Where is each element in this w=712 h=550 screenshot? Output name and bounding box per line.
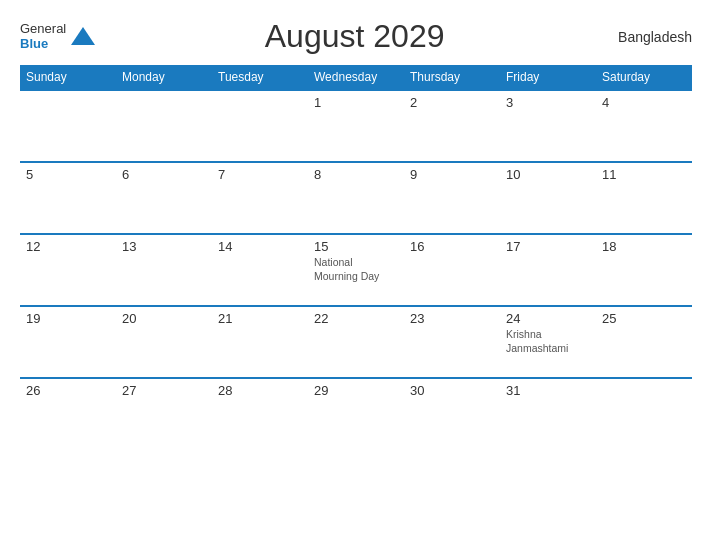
day-number: 12	[26, 239, 110, 254]
calendar-cell: 13	[116, 234, 212, 306]
day-number: 18	[602, 239, 686, 254]
calendar-cell: 20	[116, 306, 212, 378]
weekday-header: Tuesday	[212, 65, 308, 90]
day-number: 15	[314, 239, 398, 254]
day-number: 28	[218, 383, 302, 398]
calendar-cell: 31	[500, 378, 596, 450]
day-number: 26	[26, 383, 110, 398]
calendar-cell: 16	[404, 234, 500, 306]
calendar-cell: 26	[20, 378, 116, 450]
calendar-cell: 9	[404, 162, 500, 234]
day-number: 25	[602, 311, 686, 326]
day-number: 14	[218, 239, 302, 254]
calendar-cell: 24Krishna Janmashtami	[500, 306, 596, 378]
calendar-cell: 14	[212, 234, 308, 306]
calendar-cell	[212, 90, 308, 162]
logo-text: General Blue	[20, 22, 66, 51]
day-number: 24	[506, 311, 590, 326]
calendar-cell: 21	[212, 306, 308, 378]
day-number: 16	[410, 239, 494, 254]
day-number: 30	[410, 383, 494, 398]
calendar-cell: 12	[20, 234, 116, 306]
day-number: 4	[602, 95, 686, 110]
day-number: 27	[122, 383, 206, 398]
day-number: 6	[122, 167, 206, 182]
calendar-cell: 23	[404, 306, 500, 378]
logo: General Blue	[20, 22, 97, 51]
calendar-cell: 27	[116, 378, 212, 450]
weekday-row: SundayMondayTuesdayWednesdayThursdayFrid…	[20, 65, 692, 90]
country-label: Bangladesh	[612, 29, 692, 45]
day-number: 21	[218, 311, 302, 326]
day-number: 23	[410, 311, 494, 326]
logo-general: General	[20, 22, 66, 36]
day-number: 31	[506, 383, 590, 398]
calendar-cell	[116, 90, 212, 162]
calendar-cell: 28	[212, 378, 308, 450]
calendar-cell: 15National Mourning Day	[308, 234, 404, 306]
day-number: 13	[122, 239, 206, 254]
day-number: 17	[506, 239, 590, 254]
calendar-cell: 17	[500, 234, 596, 306]
svg-marker-0	[71, 27, 95, 45]
calendar-cell: 8	[308, 162, 404, 234]
day-number: 11	[602, 167, 686, 182]
day-number: 3	[506, 95, 590, 110]
day-number: 22	[314, 311, 398, 326]
day-number: 8	[314, 167, 398, 182]
calendar-cell: 6	[116, 162, 212, 234]
calendar-page: General Blue August 2029 Bangladesh Sund…	[0, 0, 712, 550]
day-number: 19	[26, 311, 110, 326]
day-number: 29	[314, 383, 398, 398]
calendar-week-row: 262728293031	[20, 378, 692, 450]
logo-icon	[69, 23, 97, 51]
calendar-week-row: 567891011	[20, 162, 692, 234]
calendar-cell: 10	[500, 162, 596, 234]
calendar-cell: 29	[308, 378, 404, 450]
header: General Blue August 2029 Bangladesh	[20, 18, 692, 55]
weekday-header: Friday	[500, 65, 596, 90]
calendar-cell: 30	[404, 378, 500, 450]
calendar-cell: 25	[596, 306, 692, 378]
calendar-cell: 18	[596, 234, 692, 306]
calendar-week-row: 192021222324Krishna Janmashtami25	[20, 306, 692, 378]
holiday-label: National Mourning Day	[314, 256, 398, 283]
holiday-label: Krishna Janmashtami	[506, 328, 590, 355]
day-number: 2	[410, 95, 494, 110]
weekday-header: Wednesday	[308, 65, 404, 90]
calendar-cell: 7	[212, 162, 308, 234]
day-number: 5	[26, 167, 110, 182]
weekday-header: Thursday	[404, 65, 500, 90]
day-number: 1	[314, 95, 398, 110]
calendar-cell: 19	[20, 306, 116, 378]
logo-blue: Blue	[20, 37, 66, 51]
calendar-body: 123456789101112131415National Mourning D…	[20, 90, 692, 450]
calendar-cell: 5	[20, 162, 116, 234]
calendar-cell	[20, 90, 116, 162]
calendar-header: SundayMondayTuesdayWednesdayThursdayFrid…	[20, 65, 692, 90]
calendar-table: SundayMondayTuesdayWednesdayThursdayFrid…	[20, 65, 692, 450]
day-number: 10	[506, 167, 590, 182]
day-number: 20	[122, 311, 206, 326]
weekday-header: Saturday	[596, 65, 692, 90]
day-number: 7	[218, 167, 302, 182]
calendar-cell	[596, 378, 692, 450]
calendar-title: August 2029	[97, 18, 612, 55]
calendar-cell: 11	[596, 162, 692, 234]
calendar-cell: 3	[500, 90, 596, 162]
calendar-cell: 2	[404, 90, 500, 162]
weekday-header: Monday	[116, 65, 212, 90]
calendar-cell: 22	[308, 306, 404, 378]
calendar-week-row: 1234	[20, 90, 692, 162]
calendar-cell: 4	[596, 90, 692, 162]
calendar-week-row: 12131415National Mourning Day161718	[20, 234, 692, 306]
calendar-cell: 1	[308, 90, 404, 162]
weekday-header: Sunday	[20, 65, 116, 90]
day-number: 9	[410, 167, 494, 182]
